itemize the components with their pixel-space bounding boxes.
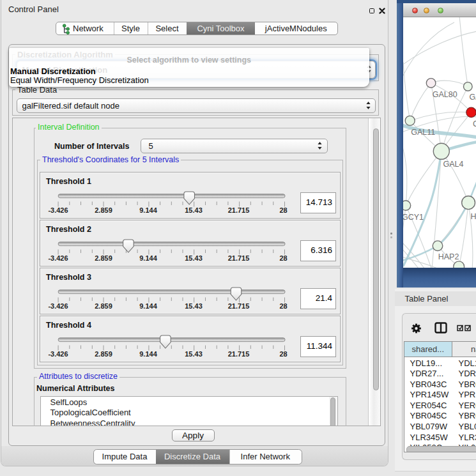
svg-text:-3.426: -3.426 xyxy=(48,254,68,261)
svg-text:-3.426: -3.426 xyxy=(48,349,68,357)
svg-text:H: H xyxy=(470,212,476,221)
svg-text:15.43: 15.43 xyxy=(185,206,203,213)
svg-text:-3.426: -3.426 xyxy=(48,206,68,213)
svg-text:2.859: 2.859 xyxy=(95,302,112,309)
svg-text:9.144: 9.144 xyxy=(139,302,157,309)
svg-text:C: C xyxy=(473,119,476,128)
svg-text:21.715: 21.715 xyxy=(227,206,249,213)
svg-text:15.43: 15.43 xyxy=(185,349,203,357)
svg-text:9.144: 9.144 xyxy=(139,206,157,213)
svg-text:28: 28 xyxy=(279,302,287,309)
svg-text:21.715: 21.715 xyxy=(227,254,249,261)
svg-text:2.859: 2.859 xyxy=(95,206,112,213)
svg-text:15.43: 15.43 xyxy=(185,302,203,309)
svg-text:15.43: 15.43 xyxy=(185,254,203,261)
svg-text:GAL4: GAL4 xyxy=(443,160,463,169)
svg-text:Threshold 2: Threshold 2 xyxy=(46,225,91,234)
svg-text:2.859: 2.859 xyxy=(95,254,112,261)
svg-text:9.144: 9.144 xyxy=(139,254,157,261)
svg-text:HAP2: HAP2 xyxy=(438,252,459,261)
svg-text:GAL11: GAL11 xyxy=(411,128,435,137)
svg-text:2.859: 2.859 xyxy=(95,349,112,357)
svg-text:9.144: 9.144 xyxy=(139,349,157,357)
svg-text:Threshold 1: Threshold 1 xyxy=(46,177,91,186)
svg-text:28: 28 xyxy=(279,206,287,213)
svg-text:GAL80: GAL80 xyxy=(432,90,457,99)
svg-text:-3.426: -3.426 xyxy=(48,302,68,309)
svg-text:GCY1: GCY1 xyxy=(403,213,424,222)
svg-text:GA: GA xyxy=(469,93,476,102)
svg-text:21.715: 21.715 xyxy=(227,302,249,309)
svg-text:28: 28 xyxy=(279,349,287,357)
svg-text:28: 28 xyxy=(279,254,287,261)
svg-text:Threshold 3: Threshold 3 xyxy=(46,273,91,282)
svg-text:21.715: 21.715 xyxy=(227,349,249,357)
svg-text:Threshold 4: Threshold 4 xyxy=(46,321,91,330)
